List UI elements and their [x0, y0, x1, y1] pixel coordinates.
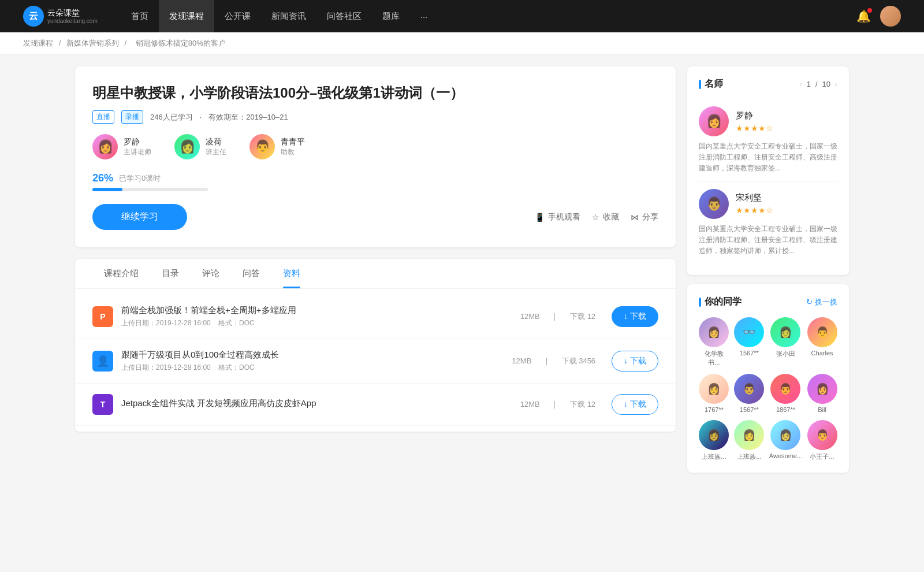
nav-item-more[interactable]: ···: [410, 0, 438, 32]
classmate-4[interactable]: 👩 1767**: [699, 374, 729, 413]
classmate-2[interactable]: 👩 张小田: [769, 317, 802, 367]
classmate-1[interactable]: 👓 1567**: [734, 317, 765, 367]
classmate-name-9: 上班族...: [737, 452, 761, 461]
course-actions: 继续学习 📱 手机观看 ☆ 收藏 ⋈ 分享: [92, 204, 658, 230]
user-avatar[interactable]: [880, 6, 901, 27]
named-teacher-avatar-1: 👨: [699, 189, 729, 219]
nav-items: 首页 发现课程 公开课 新闻资讯 问答社区 题库 ···: [121, 0, 856, 32]
nav-item-quiz[interactable]: 题库: [372, 0, 410, 32]
classmate-name-3: Charles: [811, 350, 833, 356]
file-stats-0: 12MB ｜ 下载 12: [516, 311, 600, 322]
file-name-1: 跟随千万级项目从0到100全过程高效成长: [121, 350, 507, 361]
named-teacher-0: 👩 罗静 ★★★★☆ 国内某重点大学安全工程专业硕士，国家一级注册消防工程师、注…: [699, 99, 837, 182]
named-teacher-avatar-0: 👩: [699, 106, 729, 136]
course-expire: 有效期至：2019–10–21: [208, 112, 288, 122]
file-item-2: T Jetpack全组件实战 开发短视频应用高仿皮皮虾App 12MB ｜ 下载…: [75, 384, 676, 426]
refresh-icon: ↻: [806, 298, 813, 306]
progress-percentage: 26%: [92, 172, 113, 184]
classmate-avatar-6: 👨: [770, 374, 800, 404]
classmate-7[interactable]: 👩 Bill: [807, 374, 837, 413]
progress-text: 已学习0课时: [119, 173, 161, 184]
left-panel: 明星中教授课，小学阶段语法100分–强化级第1讲动词（一） 直播 录播 246人…: [75, 66, 676, 482]
mobile-watch-button[interactable]: 📱 手机观看: [535, 212, 580, 222]
tab-review[interactable]: 评论: [191, 259, 231, 288]
classmate-9[interactable]: 👩 上班族...: [734, 420, 765, 461]
nav-item-discover[interactable]: 发现课程: [159, 0, 214, 32]
teacher-role-2: 助教: [281, 147, 305, 157]
named-teachers-title: 名师: [699, 78, 723, 90]
classmate-11[interactable]: 👨 小王子...: [807, 420, 837, 461]
file-item-0: P 前端全栈加强版！前端全栈+全周期+多端应用 上传日期：2019-12-28 …: [75, 295, 676, 339]
tab-catalog[interactable]: 目录: [150, 259, 191, 288]
refresh-button[interactable]: ↻ 换一换: [806, 297, 837, 307]
download-button-0[interactable]: ↓ 下载: [612, 306, 658, 327]
file-meta-1: 上传日期：2019-12-28 16:00 格式：DOC: [121, 363, 507, 373]
file-icon-1: 👤: [92, 351, 113, 372]
tabs-card: 课程介绍 目录 评论 问答 资料 P 前端全栈加强版！前端全栈+全周期+多端应用…: [75, 259, 676, 432]
logo[interactable]: 云 云朵课堂 yundaokeitang.com: [23, 6, 98, 27]
tabs-header: 课程介绍 目录 评论 问答 资料: [75, 259, 676, 289]
classmate-3[interactable]: 👨 Charles: [807, 317, 837, 367]
classmate-10[interactable]: 👩 Awesome...: [769, 420, 802, 461]
nav-item-qa[interactable]: 问答社区: [316, 0, 372, 32]
breadcrumb: 发现课程 / 新媒体营销系列 / 销冠修炼术搞定80%的客户: [0, 32, 924, 55]
teacher-2: 👨 青青平 助教: [249, 134, 305, 159]
page-current: 1: [807, 80, 811, 88]
right-panel: 名师 ‹ 1 / 10 › 👩 罗静 ★★★★☆: [687, 66, 849, 482]
next-page[interactable]: ›: [835, 80, 837, 88]
collect-button[interactable]: ☆ 收藏: [592, 212, 619, 222]
breadcrumb-series[interactable]: 新媒体营销系列: [66, 39, 119, 47]
teacher-role-1: 班主任: [206, 147, 226, 157]
classmate-5[interactable]: 👨 1567**: [734, 374, 765, 413]
tab-intro[interactable]: 课程介绍: [92, 259, 150, 288]
classmate-avatar-2: 👩: [770, 317, 800, 347]
file-name-2: Jetpack全组件实战 开发短视频应用高仿皮皮虾App: [121, 398, 516, 409]
named-teacher-name-1: 宋利坚: [736, 192, 773, 203]
main-content: 明星中教授课，小学阶段语法100分–强化级第1讲动词（一） 直播 录播 246人…: [58, 55, 866, 493]
nav-item-home[interactable]: 首页: [121, 0, 159, 32]
tab-materials[interactable]: 资料: [271, 259, 312, 288]
pagination: ‹ 1 / 10 ›: [800, 80, 837, 88]
download-button-2[interactable]: ↓ 下载: [612, 394, 658, 415]
prev-page[interactable]: ‹: [800, 80, 802, 88]
classmate-avatar-0: 👩: [699, 317, 729, 347]
named-teacher-1: 👨 宋利坚 ★★★★☆ 国内某重点大学安全工程专业硕士，国家一级注册消防工程师、…: [699, 182, 837, 264]
logo-text: 云朵课堂 yundaokeitang.com: [47, 8, 98, 24]
classmate-name-0: 化学教书...: [699, 350, 729, 367]
classmate-avatar-5: 👨: [734, 374, 764, 404]
notification-dot: [867, 8, 872, 13]
breadcrumb-discover[interactable]: 发现课程: [23, 39, 53, 47]
nav-item-news[interactable]: 新闻资讯: [261, 0, 316, 32]
share-button[interactable]: ⋈ 分享: [631, 212, 658, 222]
classmate-name-1: 1567**: [740, 350, 759, 356]
download-button-1[interactable]: ↓ 下载: [612, 351, 658, 372]
breadcrumb-current: 销冠修炼术搞定80%的客户: [136, 39, 226, 47]
progress-fill: [92, 188, 122, 191]
bell-icon[interactable]: 🔔: [856, 9, 871, 23]
classmate-name-11: 小王子...: [810, 452, 834, 461]
classmate-name-4: 1767**: [705, 406, 724, 413]
classmate-6[interactable]: 👨 1867**: [769, 374, 802, 413]
classmate-avatar-9: 👩: [734, 420, 764, 450]
file-stats-2: 12MB ｜ 下载 12: [516, 399, 600, 410]
tab-qa[interactable]: 问答: [231, 259, 271, 288]
teacher-avatar-2: 👨: [249, 134, 275, 159]
classmate-name-5: 1567**: [740, 406, 759, 413]
file-icon-0: P: [92, 306, 113, 327]
badge-live: 直播: [92, 110, 114, 124]
classmate-0[interactable]: 👩 化学教书...: [699, 317, 729, 367]
nav-item-open[interactable]: 公开课: [214, 0, 261, 32]
classmate-avatar-4: 👩: [699, 374, 729, 404]
badge-record: 录播: [121, 110, 143, 124]
classmate-name-2: 张小田: [776, 350, 795, 358]
classmate-name-6: 1867**: [776, 406, 795, 413]
classmates-card: 你的同学 ↻ 换一换 👩 化学教书... 👓 1567** 👩 张小田: [687, 284, 849, 473]
classmates-grid: 👩 化学教书... 👓 1567** 👩 张小田 👨 Charles 👩: [699, 317, 837, 461]
classmate-8[interactable]: 👩 上班族...: [699, 420, 729, 461]
nav-right: 🔔: [856, 6, 901, 27]
file-icon-2: T: [92, 394, 113, 415]
share-icon: ⋈: [631, 213, 639, 222]
continue-button[interactable]: 继续学习: [92, 204, 187, 230]
teacher-name-0: 罗静: [124, 137, 151, 147]
progress-section: 26% 已学习0课时: [92, 172, 658, 191]
